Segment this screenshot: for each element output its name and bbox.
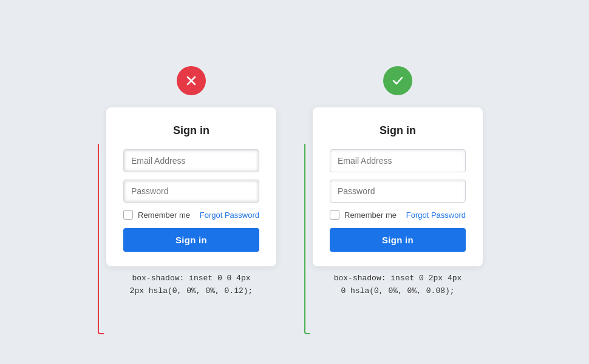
bad-card-title: Sign in [123,124,259,137]
bad-password-field [123,180,259,203]
good-bracket [304,144,310,334]
bad-remember-label: Remember me [138,211,190,220]
good-card: Sign in Remember me Forgot Password Sign… [313,107,483,266]
comparison-container: Sign in Remember me Forgot Password Sign… [106,66,483,298]
bad-email-input[interactable] [123,149,259,172]
bad-password-input[interactable] [123,180,259,203]
bad-badge [177,66,206,95]
good-email-field [330,149,466,172]
bad-signin-button[interactable]: Sign in [123,228,259,252]
bad-code-line2: 2px hsla(0, 0%, 0%, 0.12); [106,285,276,298]
good-remember-row: Remember me Forgot Password [330,210,466,220]
check-icon [390,73,405,88]
bad-bracket [98,144,104,334]
bad-code-line1: box-shadow: inset 0 0 4px [106,272,276,285]
good-card-wrapper: Sign in Remember me Forgot Password Sign… [313,107,483,298]
good-forgot-link[interactable]: Forgot Password [406,211,466,220]
good-password-field [330,180,466,203]
bad-card: Sign in Remember me Forgot Password Sign… [106,107,276,266]
good-code-line2: 0 hsla(0, 0%, 0%, 0.08); [313,285,483,298]
good-code-line1: box-shadow: inset 0 2px 4px [313,272,483,285]
bad-code-block: box-shadow: inset 0 0 4px 2px hsla(0, 0%… [106,266,276,298]
good-remember-checkbox[interactable] [330,210,339,220]
bad-remember-row: Remember me Forgot Password [123,210,259,220]
bad-forgot-link[interactable]: Forgot Password [200,211,259,220]
good-remember-left: Remember me [330,210,397,220]
good-email-input[interactable] [330,149,466,172]
good-badge [383,66,412,95]
bad-panel: Sign in Remember me Forgot Password Sign… [106,66,276,298]
good-password-input[interactable] [330,180,466,203]
bad-email-field [123,149,259,172]
good-signin-button[interactable]: Sign in [330,228,466,252]
bad-remember-checkbox[interactable] [123,210,133,220]
bad-remember-left: Remember me [123,210,190,220]
x-icon [184,73,199,88]
good-card-title: Sign in [330,124,466,137]
good-panel: Sign in Remember me Forgot Password Sign… [313,66,483,298]
good-remember-label: Remember me [344,211,397,220]
good-code-block: box-shadow: inset 0 2px 4px 0 hsla(0, 0%… [313,266,483,298]
bad-card-wrapper: Sign in Remember me Forgot Password Sign… [106,107,276,298]
